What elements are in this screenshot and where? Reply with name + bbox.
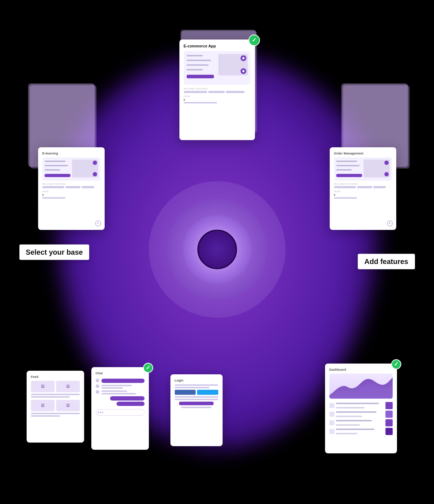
dash-row-4 [329, 427, 393, 435]
ecommerce-card[interactable]: ✓ E-commerce App [179, 40, 255, 140]
feed-img-1: 🖼 [31, 381, 55, 392]
order-title: Order Management [334, 152, 392, 155]
elearning-title: E-learning [42, 152, 100, 155]
scene: ✓ E-commerce App [19, 19, 415, 486]
ecommerce-from-label: FROM [184, 95, 251, 97]
elearning-price: $ [42, 194, 100, 196]
order-features-dots [334, 186, 392, 188]
login-mockup [175, 384, 218, 408]
facebook-btn [175, 390, 196, 395]
chat-check-badge: ✓ [143, 363, 153, 373]
add-features-label: Add features [358, 254, 415, 269]
elearning-card-stack: E-learning [27, 83, 94, 165]
feed-card[interactable]: Feed 🖼 🖼 🖼 🖼 [27, 371, 84, 443]
chat-title: Chat [96, 371, 145, 375]
rings-container [149, 181, 285, 318]
feed-img-2: 🖼 [56, 381, 80, 392]
dashboard-list [329, 402, 393, 435]
order-features-label: INCLUDED FEATURES [334, 183, 392, 185]
order-price: $ [334, 194, 392, 196]
order-from-label: FROM [334, 190, 392, 193]
dash-row-2 [329, 410, 393, 418]
elearning-mockup [42, 157, 100, 181]
twitter-btn [197, 390, 218, 395]
chat-card[interactable]: ✓ Chat [91, 367, 149, 450]
order-card-stack: Order Management [341, 83, 407, 165]
elearning-features-dots [42, 186, 100, 188]
order-plus-icon[interactable]: + [387, 221, 393, 226]
ecommerce-title: E-commerce App [184, 44, 251, 48]
dashboard-check-badge: ✓ [391, 359, 401, 369]
dashboard-card[interactable]: ✓ Dashboard [325, 364, 397, 453]
order-card[interactable]: Order Management [330, 147, 396, 230]
feed-img-3: 🖼 [31, 400, 55, 411]
elearning-features-label: INCLUDED FEATURES [42, 183, 100, 185]
login-card[interactable]: Login [170, 374, 223, 446]
ecommerce-mockup [184, 51, 251, 85]
dashboard-title: Dashboard [329, 368, 393, 371]
feed-title: Feed [31, 375, 80, 379]
dash-row-3 [329, 419, 393, 427]
elearning-card[interactable]: E-learning [38, 147, 105, 230]
feed-img-4: 🖼 [56, 400, 80, 411]
feed-image-grid-2: 🖼 🖼 [31, 400, 80, 411]
ecommerce-check-badge: ✓ [248, 34, 260, 46]
chat-bubbles [101, 377, 145, 407]
order-mockup [334, 157, 392, 181]
ecommerce-features-label: INCLUDED FEATURES [184, 88, 251, 90]
dash-row-1 [329, 402, 393, 410]
chat-content [96, 377, 145, 407]
chat-typing-dots [97, 412, 103, 413]
select-base-label: Select your base [19, 244, 90, 260]
chat-input[interactable] [96, 409, 145, 416]
login-title: Login [175, 379, 218, 382]
ecommerce-features-dots [184, 91, 251, 93]
ring-center [197, 230, 237, 269]
chat-avatars [96, 377, 99, 407]
feed-image-grid: 🖼 🖼 [31, 381, 80, 392]
elearning-plus-icon[interactable]: + [95, 221, 101, 226]
ecommerce-price: $ [184, 98, 251, 101]
social-buttons [175, 390, 218, 395]
elearning-from-label: FROM [42, 190, 100, 193]
dashboard-chart [329, 374, 393, 399]
